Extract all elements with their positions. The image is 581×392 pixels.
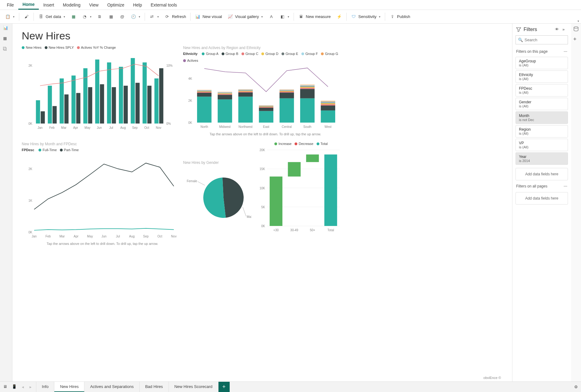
svg-text:Apr: Apr (73, 126, 78, 129)
svg-rect-89 (321, 106, 336, 110)
svg-rect-57 (238, 92, 253, 97)
svg-text:10%: 10% (166, 64, 173, 67)
recent-button[interactable]: 🕘▾ (128, 13, 143, 21)
model-view-icon[interactable]: ⿻ (3, 47, 9, 53)
svg-rect-48 (218, 99, 232, 123)
svg-rect-34 (155, 79, 159, 124)
filter-card-year[interactable]: Yearis 2014 (516, 152, 568, 165)
chart-combo[interactable]: New HiresNew Hires SPLYActives YoY % Cha… (22, 46, 183, 139)
excel-button[interactable]: ▦ (68, 13, 79, 21)
add-filter-drop[interactable]: Add data fields here (516, 168, 568, 180)
data-icon: 🗄 (38, 14, 44, 20)
filter-card-vp[interactable]: VPis (All) (516, 139, 568, 151)
menubar: FileHomeInsertModelingViewOptimizeHelpEx… (0, 0, 581, 10)
svg-rect-76 (280, 90, 294, 91)
recent-icon: 🕘 (131, 14, 136, 20)
svg-rect-83 (300, 87, 315, 88)
page-tab-info[interactable]: Info (36, 382, 55, 392)
filter-card-ethnicity[interactable]: Ethnicityis (All) (516, 70, 568, 83)
filter-card-agegroup[interactable]: AgeGroupis (All) (516, 57, 568, 69)
chart-fpdesc[interactable]: New Hires by Month and FPDesc FPDescFull… (22, 142, 183, 247)
filter-card-region[interactable]: Regionis (All) (516, 125, 568, 137)
settings-icon[interactable]: ⚙ (574, 385, 578, 389)
sensitivity-button[interactable]: 🛡Sensitivity▾ (349, 13, 383, 21)
report-view-icon[interactable]: 📊 (3, 25, 9, 32)
chart-region[interactable]: New Hires and Actives by Region and Ethn… (183, 46, 348, 139)
datahub-button[interactable]: ◔▾ (79, 13, 94, 21)
ribbon-expand-icon[interactable]: ▾ (578, 20, 579, 23)
more-icon[interactable]: ⋯ (564, 49, 567, 54)
svg-text:0K: 0K (188, 121, 192, 124)
transform-button[interactable]: ⇄▾ (147, 13, 161, 21)
svg-rect-16 (83, 68, 87, 124)
svg-line-113 (243, 207, 246, 216)
menu-view[interactable]: View (85, 1, 103, 9)
add-pane-icon[interactable]: + (573, 36, 579, 42)
svg-text:50+: 50+ (310, 228, 315, 232)
filter-card-fpdesc[interactable]: FPDescis (All) (516, 84, 568, 97)
ribbon: 📋▾ 🖌 🗄Get data▾ ▦ ◔▾ 🗎 ▦ @ 🕘▾ ⇄▾ ⟳Refres… (0, 10, 581, 24)
brush-icon: 🖌 (24, 14, 29, 20)
tabs-prev-icon[interactable]: ◄ (20, 385, 25, 389)
eye-icon[interactable]: 👁 (555, 27, 560, 32)
desktop-layout-icon[interactable]: 🖥 (3, 384, 9, 390)
refresh-button[interactable]: ⟳Refresh (162, 13, 189, 21)
filter-card-month[interactable]: Monthis not Dec (516, 111, 568, 124)
quick-measure-button[interactable]: ⚡ (334, 13, 345, 21)
enter-data-button[interactable]: ▦ (106, 13, 116, 21)
menu-optimize[interactable]: Optimize (103, 1, 128, 9)
svg-rect-11 (64, 94, 68, 124)
svg-rect-69 (259, 106, 273, 106)
data-pane-icon[interactable] (573, 26, 579, 32)
svg-rect-74 (280, 92, 294, 92)
menu-insert[interactable]: Insert (39, 1, 58, 9)
table-view-icon[interactable]: ▦ (3, 36, 9, 42)
mobile-layout-icon[interactable]: 📱 (12, 384, 17, 390)
page-tab-new-hires[interactable]: New Hires (54, 382, 84, 392)
svg-rect-4 (36, 100, 40, 124)
page-tab-new-hires-scorecard[interactable]: New Hires Scorecard (169, 382, 218, 392)
more-visuals-button[interactable]: ◧▾ (277, 13, 292, 21)
clipboard-icon: 📋 (5, 14, 11, 20)
svg-rect-85 (300, 85, 315, 86)
publish-button[interactable]: ⇪Publish (387, 13, 413, 21)
menu-file[interactable]: File (2, 1, 18, 9)
collapse-icon[interactable]: » (562, 27, 567, 32)
menu-external-tools[interactable]: External tools (146, 1, 181, 9)
chart-gender[interactable]: New Hires by Gender FemaleMale (183, 142, 251, 247)
svg-text:Aug: Aug (120, 126, 126, 129)
textbox-button[interactable]: A (266, 13, 277, 21)
svg-rect-68 (259, 106, 273, 106)
page-tabs: 🖥 📱 ◄ ► InfoNew HiresActives and Separat… (0, 381, 581, 392)
page-tab-actives-and-separations[interactable]: Actives and Separations (84, 382, 139, 392)
svg-rect-84 (300, 86, 315, 87)
filter-card-gender[interactable]: Genderis (All) (516, 98, 568, 110)
sql-button[interactable]: 🗎 (95, 13, 105, 21)
new-measure-button[interactable]: 🖩New measure (296, 13, 333, 21)
svg-rect-56 (238, 97, 253, 123)
quick-icon: ⚡ (336, 14, 342, 20)
add-filter-drop-all[interactable]: Add data fields here (516, 192, 568, 205)
format-painter-button[interactable]: 🖌 (21, 13, 32, 21)
tabs-next-icon[interactable]: ► (28, 385, 33, 389)
more-icon[interactable]: ⋯ (564, 184, 567, 188)
svg-rect-72 (280, 98, 294, 123)
svg-rect-88 (321, 110, 336, 123)
chart-waterfall[interactable]: IncreaseDecreaseTotal 0K5K10K15K20K<3030… (254, 142, 348, 247)
visual-gallery-button[interactable]: 📈Visual gallery▾ (225, 13, 265, 21)
dataverse-button[interactable]: @ (117, 13, 128, 21)
menu-modeling[interactable]: Modeling (58, 1, 85, 9)
filter-search-input[interactable] (516, 35, 568, 44)
page-tab-bad-hires[interactable]: Bad Hires (140, 382, 169, 392)
menu-help[interactable]: Help (129, 1, 146, 9)
paste-button[interactable]: 📋▾ (2, 13, 17, 21)
publish-icon: ⇪ (390, 14, 395, 20)
svg-rect-22 (107, 62, 111, 124)
svg-rect-44 (197, 91, 212, 91)
svg-rect-61 (238, 90, 253, 90)
svg-rect-78 (280, 89, 294, 90)
new-visual-button[interactable]: 📊New visual (192, 13, 224, 21)
get-data-button[interactable]: 🗄Get data▾ (36, 13, 68, 21)
menu-home[interactable]: Home (18, 0, 39, 10)
add-page-button[interactable]: + (218, 382, 230, 392)
